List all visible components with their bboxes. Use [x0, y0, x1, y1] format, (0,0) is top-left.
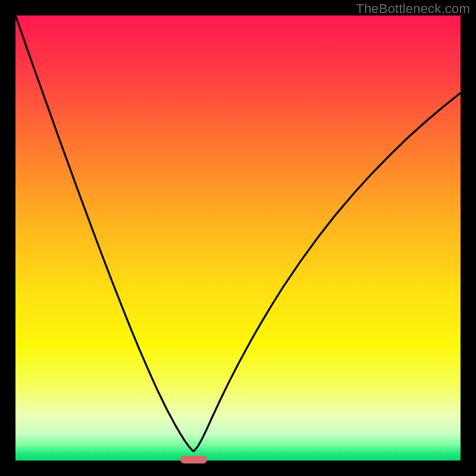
gradient-background [15, 15, 461, 461]
chart-frame [15, 15, 461, 461]
bottleneck-chart [15, 15, 461, 461]
minimum-marker [180, 456, 207, 464]
watermark-text: TheBottleneck.com [356, 1, 470, 17]
